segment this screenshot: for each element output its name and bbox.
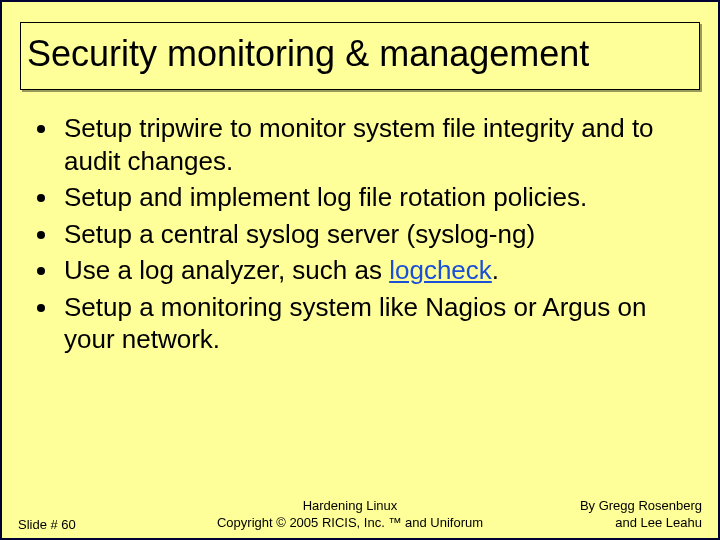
footer-center: Hardening Linux Copyright © 2005 RICIS, … bbox=[168, 498, 532, 532]
bullet-item: Use a log analyzer, such as logcheck. bbox=[60, 254, 678, 287]
bullet-list: Setup tripwire to monitor system file in… bbox=[42, 112, 678, 356]
footer-right-line2: and Lee Leahu bbox=[532, 515, 702, 532]
bullet-text: Use a log analyzer, such as bbox=[64, 255, 389, 285]
bullet-text-post: . bbox=[492, 255, 499, 285]
bullet-text: Setup tripwire to monitor system file in… bbox=[64, 113, 654, 176]
bullet-text: Setup and implement log file rotation po… bbox=[64, 182, 587, 212]
slide-title: Security monitoring & management bbox=[27, 33, 693, 75]
footer-slide-number: Slide # 60 bbox=[18, 517, 168, 532]
bullet-item: Setup and implement log file rotation po… bbox=[60, 181, 678, 214]
footer-right-line1: By Gregg Rosenberg bbox=[532, 498, 702, 515]
bullet-item: Setup a central syslog server (syslog-ng… bbox=[60, 218, 678, 251]
bullet-text: Setup a monitoring system like Nagios or… bbox=[64, 292, 646, 355]
footer-center-line2: Copyright © 2005 RICIS, Inc. ™ and Unifo… bbox=[168, 515, 532, 532]
bullet-text: Setup a central syslog server (syslog-ng… bbox=[64, 219, 535, 249]
slide-footer: Slide # 60 Hardening Linux Copyright © 2… bbox=[2, 498, 718, 532]
bullet-item: Setup a monitoring system like Nagios or… bbox=[60, 291, 678, 356]
link-logcheck[interactable]: logcheck bbox=[389, 255, 492, 285]
slide-title-box: Security monitoring & management bbox=[20, 22, 700, 90]
footer-authors: By Gregg Rosenberg and Lee Leahu bbox=[532, 498, 702, 532]
footer-center-line1: Hardening Linux bbox=[168, 498, 532, 515]
bullet-item: Setup tripwire to monitor system file in… bbox=[60, 112, 678, 177]
